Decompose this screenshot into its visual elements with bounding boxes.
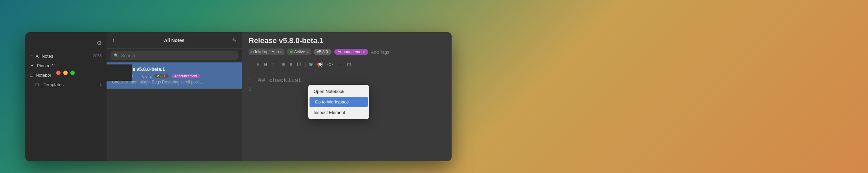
dropdown-item-go-to-workspace[interactable]: Go to Workspace [310,97,368,107]
note-list-title: All Notes [164,38,185,43]
sidebar-item-label: All Notes [36,54,93,59]
chevron-down-icon: ▾ [280,50,282,54]
all-notes-count: 2055 [93,54,102,58]
divider-icon[interactable]: — [336,61,344,68]
search-bar: 🔍 [107,49,242,62]
toolbar-divider [278,62,278,67]
checklist-icon[interactable]: ☑ [296,61,303,68]
note-tag-badge: Announcement [172,74,200,78]
editor-title: Release v5.8.0-beta.1 [249,36,445,45]
search-icon: 🔍 [114,53,119,58]
sidebar: ⚙ ≡ All Notes 2055 ✦ Pinned Notes 7 □ No… [25,32,107,161]
status-dot [290,51,293,53]
close-button[interactable] [56,71,61,75]
code-icon[interactable]: <> [326,61,334,68]
status-badge[interactable]: Active ▾ [287,49,311,55]
settings-icon[interactable]: ⚙ [97,40,102,47]
search-wrapper: 🔍 [111,51,238,60]
sidebar-item-templates[interactable]: □ _Templates 1 [25,80,107,89]
chevron-down-icon: ▾ [306,50,308,54]
maximize-button[interactable] [70,71,75,75]
note-progress: 0 of 2 [142,74,152,78]
templates-count: 1 [99,82,102,87]
version-tag: v5.8.0 [314,49,332,55]
bold-icon[interactable]: B [263,61,269,68]
speaker-icon[interactable]: 📢 [316,61,324,68]
line-text[interactable]: ## checklist [258,77,302,84]
note-version-badge: v5.8.0 [154,74,169,78]
editor-header: Release v5.8.0-beta.1 □ Inkdrop · App ▾ … [242,32,452,73]
editor-meta-row: □ Inkdrop · App ▾ Active ▾ v5.8.0 Announ… [249,49,445,55]
toolbar-divider-2 [305,62,306,67]
unordered-list-icon[interactable]: ≡ [281,61,286,68]
compose-icon[interactable]: ✎ [232,37,236,43]
line-number-2: 2 [249,86,254,92]
notebook-badge[interactable]: □ Inkdrop · App ▾ [249,49,284,55]
italic-icon[interactable]: I [271,61,275,68]
note-list-header: ↕ All Notes ✎ [107,32,242,49]
sort-icon[interactable]: ↕ [112,37,115,43]
notebooks-icon: □ [30,72,33,78]
search-input[interactable] [121,53,234,58]
pinned-notes-icon: ✦ [30,63,34,68]
app-window: ⚙ ≡ All Notes 2055 ✦ Pinned Notes 7 □ No… [25,32,452,161]
all-notes-icon: ≡ [30,53,33,59]
context-dropdown-menu: Open Notebook Go to Workspace Inspect El… [308,85,369,119]
ordered-list-icon[interactable]: ≡ [288,61,294,68]
add-tags-button[interactable]: Add Tags [371,50,389,55]
minimize-button[interactable] [63,71,68,75]
announcement-tag: Announcement [334,49,368,55]
status-label: Active [294,50,305,54]
word-count: 66 [309,62,313,67]
notebook-name: Inkdrop · App [255,50,279,54]
templates-icon: □ [36,82,38,87]
window-title-bar [51,64,132,81]
editor-line-1: 1 ## checklist [249,77,445,84]
notebook-icon: □ [251,50,254,54]
image-icon[interactable]: ⊡ [346,61,352,68]
sidebar-item-label: _Templates [41,82,99,87]
note-list-panel: ↕ All Notes ✎ 🔍 Release v5.8.0-beta.1 3 … [107,32,242,161]
dropdown-item-inspect-element[interactable]: Inspect Element [308,107,369,118]
window-inner: ⚙ ≡ All Notes 2055 ✦ Pinned Notes 7 □ No… [25,32,452,161]
line-number: 1 [249,77,254,84]
dropdown-item-open-notebook[interactable]: Open Notebook [308,86,369,97]
sidebar-item-all-notes[interactable]: ≡ All Notes 2055 [25,51,107,61]
heading-icon[interactable]: # [255,61,261,68]
editor-toolbar: # B I ≡ ≡ ☑ 66 📢 <> — ⊡ [249,59,445,70]
